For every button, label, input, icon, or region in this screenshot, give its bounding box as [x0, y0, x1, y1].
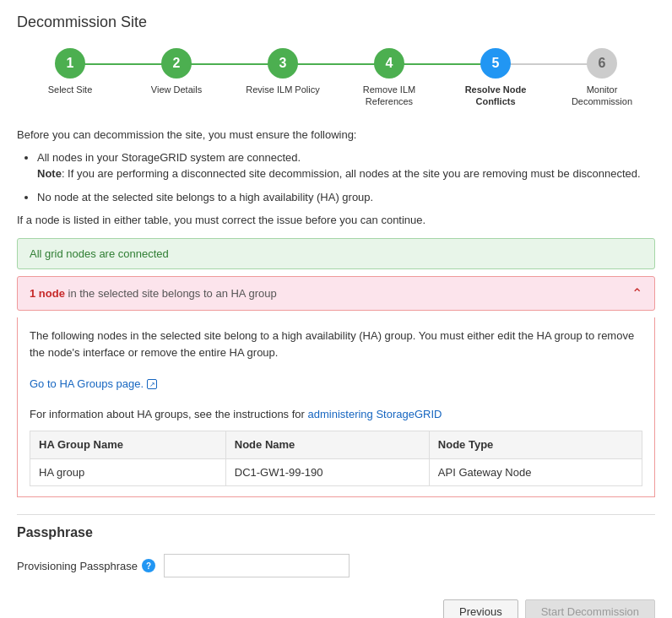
- error-suffix: in the selected site belongs to an HA gr…: [65, 287, 277, 300]
- step-label-6: Monitor Decommission: [564, 84, 640, 108]
- table-row: HA groupDC1-GW1-99-190API Gateway Node: [30, 458, 642, 486]
- table-cell: DC1-GW1-99-190: [225, 458, 429, 486]
- bullet-item: All nodes in your StorageGRID system are…: [37, 149, 655, 182]
- table-header-cell: Node Type: [429, 431, 642, 459]
- error-description: The following nodes in the selected site…: [30, 328, 642, 360]
- step-circle-1: 1: [55, 48, 85, 79]
- step-circle-2: 2: [161, 48, 192, 79]
- step-circle-5: 5: [480, 48, 511, 79]
- step-label-2: View Details: [151, 84, 202, 95]
- bullet-list: All nodes in your StorageGRID system are…: [37, 149, 655, 206]
- info-prefix: For information about HA groups, see the…: [30, 408, 308, 420]
- passphrase-title: Passphrase: [17, 525, 655, 540]
- start-decommission-button[interactable]: Start Decommission: [525, 599, 655, 618]
- intro-text: Before you can decommission the site, yo…: [17, 128, 655, 141]
- previous-button[interactable]: Previous: [443, 599, 518, 618]
- step-3: 3Revise ILM Policy: [230, 48, 336, 95]
- page-title: Decommission Site: [17, 14, 655, 31]
- step-2: 2View Details: [123, 48, 230, 95]
- administering-link[interactable]: administering StorageGRID: [308, 408, 442, 420]
- step-label-4: Remove ILM References: [351, 84, 427, 108]
- step-circle-3: 3: [268, 48, 298, 79]
- external-link-icon: ↗: [147, 379, 157, 389]
- page-container: Decommission Site 1Select Site2View Deta…: [0, 0, 672, 618]
- success-banner: All grid nodes are connected: [17, 238, 655, 269]
- table-header-cell: HA Group Name: [30, 431, 226, 459]
- step-1: 1Select Site: [17, 48, 123, 95]
- step-circle-6: 6: [587, 48, 617, 79]
- passphrase-section: Passphrase Provisioning Passphrase ?: [17, 514, 655, 577]
- info-text: For information about HA groups, see the…: [30, 406, 642, 423]
- passphrase-input[interactable]: [164, 554, 350, 577]
- help-icon[interactable]: ?: [142, 559, 155, 572]
- table-cell: HA group: [30, 458, 226, 486]
- error-panel: The following nodes in the selected site…: [17, 317, 655, 497]
- ha-groups-link[interactable]: Go to HA Groups page. ↗: [30, 376, 157, 393]
- step-circle-4: 4: [374, 48, 404, 79]
- chevron-up-icon: ⌃: [631, 285, 642, 301]
- stepper: 1Select Site2View Details3Revise ILM Pol…: [17, 48, 655, 108]
- success-text: All grid nodes are connected: [30, 247, 169, 260]
- ha-table: HA Group NameNode NameNode Type HA group…: [30, 431, 642, 486]
- step-label-5: Resolve Node Conflicts: [458, 84, 534, 108]
- step-5: 5Resolve Node Conflicts: [442, 48, 549, 108]
- footer-buttons: Previous Start Decommission: [17, 591, 655, 618]
- step-label-1: Select Site: [48, 84, 93, 95]
- ha-groups-link-text: Go to HA Groups page.: [30, 376, 144, 393]
- step-4: 4Remove ILM References: [336, 48, 442, 108]
- error-banner[interactable]: 1 node in the selected site belongs to a…: [17, 276, 655, 311]
- passphrase-row: Provisioning Passphrase ?: [17, 554, 655, 577]
- table-header-cell: Node Name: [225, 431, 429, 459]
- content-section: Before you can decommission the site, yo…: [17, 128, 655, 227]
- bullet-item: No node at the selected site belongs to …: [37, 189, 655, 206]
- table-cell: API Gateway Node: [429, 458, 642, 486]
- error-banner-text: 1 node in the selected site belongs to a…: [30, 287, 277, 300]
- passphrase-label: Provisioning Passphrase ?: [17, 559, 155, 572]
- step-label-3: Revise ILM Policy: [246, 84, 319, 95]
- if-node-text: If a node is listed in either table, you…: [17, 214, 655, 226]
- error-prefix: 1 node: [30, 287, 65, 300]
- step-6: 6Monitor Decommission: [549, 48, 655, 108]
